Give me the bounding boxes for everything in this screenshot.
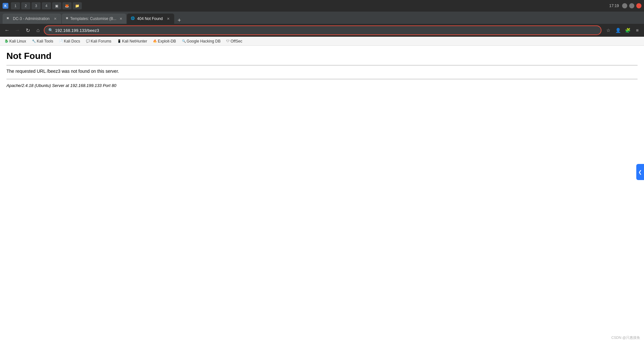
page-message: The requested URL /beez3 was not found o… — [6, 69, 638, 74]
tab-404[interactable]: 🌐 404 Not Found ✕ — [127, 14, 174, 24]
tab-favicon-404: 🌐 — [131, 16, 135, 21]
tabs-bar: ✖ DC-3 - Administration ✕ ✖ Templates: C… — [0, 12, 644, 24]
tab-label-templates: Templates: Customise (B... — [70, 16, 116, 21]
bookmark-label-exploit-db: Exploit-DB — [158, 39, 176, 43]
kali-icon: K — [3, 3, 8, 9]
tab-templates[interactable]: ✖ Templates: Customise (B... ✕ — [62, 14, 126, 24]
taskbar-item-monitor[interactable]: ▣ — [52, 2, 61, 9]
bookmark-kali-nethunter[interactable]: 📱 Kali NetHunter — [115, 38, 149, 44]
nav-bar: ← → ↻ ⌂ 🔍 ☆ 👤 🧩 ≡ — [0, 24, 644, 37]
title-bar: K 1 2 3 4 ▣ 🦊 📁 17:19 — [0, 0, 644, 12]
bookmark-label-kali-linux: Kali Linux — [9, 39, 26, 43]
taskbar-item-2[interactable]: 2 — [21, 2, 30, 9]
page-content: Not Found The requested URL /beez3 was n… — [0, 46, 644, 336]
tab-label-dc3: DC-3 - Administration — [13, 16, 50, 21]
nav-actions: ☆ 👤 🧩 ≡ — [604, 26, 641, 34]
bookmark-label-kali-tools: Kali Tools — [37, 39, 53, 43]
bookmark-label-kali-forums: Kali Forums — [91, 39, 111, 43]
tab-label-404: 404 Not Found — [137, 16, 163, 21]
bookmark-label-google-hacking-db: Google Hacking DB — [187, 39, 221, 43]
tab-dc3-admin[interactable]: ✖ DC-3 - Administration ✕ — [3, 14, 61, 24]
bookmark-kali-forums[interactable]: 💬 Kali Forums — [84, 38, 113, 44]
taskbar-item-3[interactable]: 3 — [32, 2, 41, 9]
window-maximize-btn[interactable] — [629, 3, 634, 8]
bookmark-label-offsec: OffSec — [231, 39, 242, 43]
tab-close-404[interactable]: ✕ — [166, 16, 170, 21]
title-bar-controls: 17:19 — [609, 3, 641, 8]
taskbar-item-browser[interactable]: 🦊 — [62, 2, 71, 9]
window-minimize-btn[interactable] — [622, 3, 627, 8]
watermark: CSDN @只惠摸鱼 — [611, 335, 640, 336]
address-bar[interactable] — [55, 28, 597, 33]
tab-favicon-dc3: ✖ — [6, 16, 11, 21]
bookmark-favicon-kali-forums: 💬 — [86, 39, 90, 43]
bookmark-favicon-kali-nethunter: 📱 — [117, 39, 121, 43]
bookmark-kali-tools[interactable]: 🔧 Kali Tools — [30, 38, 55, 44]
bookmark-offsec[interactable]: 🛡 OffSec — [224, 38, 244, 44]
taskbar-item-folder[interactable]: 📁 — [73, 2, 82, 9]
taskbar-item-4[interactable]: 4 — [42, 2, 51, 9]
reload-button[interactable]: ↻ — [23, 26, 32, 35]
bookmark-kali-docs[interactable]: 📄 Kali Docs — [57, 38, 82, 44]
page-title: Not Found — [6, 51, 638, 61]
tab-favicon-templates: ✖ — [66, 16, 68, 21]
clock: 17:19 — [609, 4, 619, 8]
extensions-btn[interactable]: 🧩 — [623, 26, 632, 34]
menu-btn[interactable]: ≡ — [633, 26, 641, 34]
address-bar-wrapper[interactable]: 🔍 — [44, 25, 601, 35]
home-button[interactable]: ⌂ — [33, 26, 43, 35]
bookmark-exploit-db[interactable]: 🔥 Exploit-DB — [151, 38, 178, 44]
new-tab-button[interactable]: + — [175, 17, 184, 24]
bookmark-favicon-kali-tools: 🔧 — [32, 39, 36, 43]
bookmark-favicon-kali-docs: 📄 — [59, 39, 63, 43]
bookmark-label-kali-docs: Kali Docs — [64, 39, 80, 43]
tab-close-templates[interactable]: ✕ — [119, 16, 122, 21]
bookmark-favicon-google-hacking-db: 🔍 — [182, 39, 186, 43]
bookmarks-bar: 🐉 Kali Linux 🔧 Kali Tools 📄 Kali Docs 💬 … — [0, 37, 644, 46]
forward-button[interactable]: → — [13, 26, 22, 35]
bookmark-google-hacking-db[interactable]: 🔍 Google Hacking DB — [180, 38, 223, 44]
browser-chrome: K 1 2 3 4 ▣ 🦊 📁 17:19 ✖ DC-3 - Administr… — [0, 0, 644, 46]
account-btn[interactable]: 👤 — [614, 26, 622, 34]
bookmark-favicon-offsec: 🛡 — [226, 39, 230, 43]
taskbar-items: 1 2 3 4 ▣ 🦊 📁 — [11, 2, 82, 9]
bookmark-kali-linux[interactable]: 🐉 Kali Linux — [3, 38, 28, 44]
bookmark-btn[interactable]: ☆ — [604, 26, 612, 34]
address-search-icon: 🔍 — [48, 28, 53, 33]
bookmark-label-kali-nethunter: Kali NetHunter — [122, 39, 147, 43]
tab-close-dc3[interactable]: ✕ — [53, 16, 57, 21]
back-button[interactable]: ← — [3, 26, 12, 35]
page-divider-top — [6, 65, 638, 65]
window-close-btn[interactable] — [636, 3, 641, 8]
page-divider-bottom — [6, 79, 638, 79]
taskbar-item-1[interactable]: 1 — [11, 2, 20, 9]
bookmark-favicon-kali-linux: 🐉 — [5, 39, 8, 43]
side-panel-button[interactable]: ❮ — [636, 164, 644, 180]
bookmark-favicon-exploit-db: 🔥 — [153, 39, 157, 43]
server-info: Apache/2.4.18 (Ubuntu) Server at 192.168… — [6, 83, 638, 88]
